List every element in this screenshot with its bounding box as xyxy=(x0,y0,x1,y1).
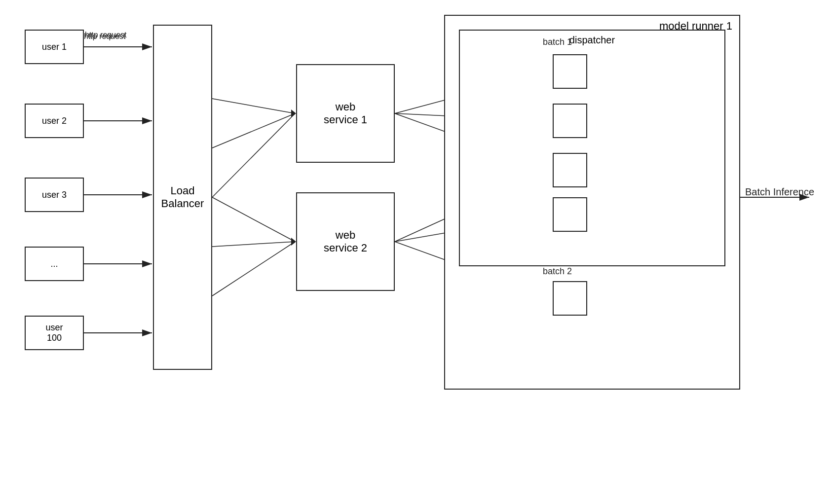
svg-line-12 xyxy=(212,242,295,247)
svg-line-7 xyxy=(212,99,295,113)
batch-1-box-1 xyxy=(553,54,587,89)
web-service-2-box: webservice 2 xyxy=(296,192,395,291)
svg-marker-14 xyxy=(291,238,296,246)
batch-2-label: batch 2 xyxy=(543,266,572,277)
user-1-box: user 1 xyxy=(25,30,84,64)
svg-line-8 xyxy=(212,113,295,148)
user-3-box: user 3 xyxy=(25,178,84,212)
diagram: http request user 1 user 2 user 3 ... us… xyxy=(0,0,830,504)
http-request-text: http request xyxy=(84,32,126,41)
svg-marker-10 xyxy=(291,109,296,117)
user-dots-box: ... xyxy=(25,247,84,281)
svg-line-13 xyxy=(212,242,295,296)
batch-1-box-3 xyxy=(553,153,587,187)
svg-line-9 xyxy=(212,113,295,197)
web-service-1-box: webservice 1 xyxy=(296,64,395,163)
load-balancer-box: LoadBalancer xyxy=(153,25,212,370)
batch-1-box-4 xyxy=(553,197,587,232)
dispatcher-box: dispatcher xyxy=(459,30,725,266)
batch-1-label: batch 1 xyxy=(543,37,572,47)
user-2-box: user 2 xyxy=(25,104,84,138)
batch-2-box-1 xyxy=(553,281,587,316)
user-100-box: user100 xyxy=(25,316,84,350)
svg-line-11 xyxy=(212,197,295,242)
batch-1-box-2 xyxy=(553,104,587,138)
dispatcher-label: dispatcher xyxy=(569,35,615,46)
batch-inference-label: Batch Inference xyxy=(745,186,814,198)
